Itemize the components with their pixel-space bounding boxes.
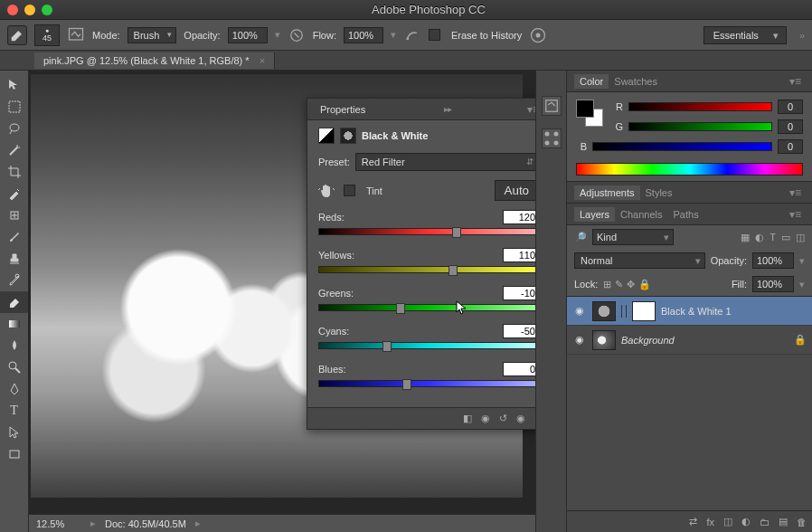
zoom-value[interactable]: 12.5% — [36, 518, 81, 529]
blend-mode-select[interactable]: Normal — [574, 252, 705, 269]
trash-icon[interactable]: 🗑 — [534, 413, 535, 424]
marquee-tool[interactable] — [0, 96, 28, 118]
path-select-tool[interactable] — [0, 422, 28, 443]
color-tab[interactable]: Color — [574, 74, 609, 89]
view-previous-icon[interactable]: ◉ — [481, 413, 490, 424]
preset-select[interactable]: Red Filter — [355, 153, 535, 171]
brush-tool[interactable] — [0, 226, 28, 248]
filter-pixel-icon[interactable]: ▦ — [741, 232, 750, 243]
info-dock-icon[interactable] — [542, 128, 562, 148]
opacity-input[interactable]: 100% — [228, 27, 268, 43]
eraser-tool[interactable] — [0, 291, 28, 313]
adjustments-panel-menu-icon[interactable]: ▾≡ — [786, 186, 805, 199]
greens-slider[interactable] — [318, 304, 535, 311]
blur-tool[interactable] — [0, 335, 28, 356]
layer-mask-icon[interactable]: ◫ — [723, 516, 732, 527]
r-slider[interactable] — [628, 102, 772, 111]
delete-layer-icon[interactable]: 🗑 — [797, 517, 807, 527]
pressure-opacity-icon[interactable] — [288, 26, 306, 44]
fg-swatch[interactable] — [576, 100, 594, 118]
mode-select[interactable]: Brush — [127, 27, 177, 43]
lock-all-icon[interactable]: 🔒 — [638, 279, 651, 290]
layer-lock-icon[interactable]: 🔒 — [794, 334, 807, 346]
flow-input[interactable]: 100% — [344, 27, 383, 43]
crop-tool[interactable] — [0, 161, 28, 183]
gradient-tool[interactable] — [0, 313, 28, 335]
zoom-arrow-icon[interactable]: ▸ — [90, 518, 96, 529]
yellows-slider[interactable] — [318, 266, 535, 273]
b-value[interactable]: 0 — [778, 139, 803, 154]
filter-kind-select[interactable]: Kind — [592, 229, 674, 245]
reset-icon[interactable]: ↺ — [499, 413, 507, 424]
brush-panel-icon[interactable] — [67, 26, 85, 44]
reds-input[interactable] — [503, 210, 535, 224]
fill-arrow-icon[interactable]: ▾ — [799, 279, 805, 290]
blues-slider[interactable] — [318, 380, 535, 387]
eraser-tool-icon[interactable] — [7, 25, 27, 45]
layer-name[interactable]: Black & White 1 — [661, 306, 807, 317]
reds-thumb[interactable] — [452, 227, 461, 238]
greens-input[interactable] — [503, 286, 535, 300]
layers-panel-menu-icon[interactable]: ▾≡ — [786, 208, 805, 221]
airbrush-icon[interactable] — [403, 26, 421, 44]
pen-tool[interactable] — [0, 378, 28, 400]
pressure-size-icon[interactable] — [529, 26, 547, 44]
opacity-arrow-icon[interactable]: ▾ — [275, 29, 280, 41]
yellows-input[interactable] — [503, 248, 535, 262]
cyans-input[interactable] — [503, 324, 535, 338]
layer-opacity-input[interactable]: 100% — [752, 252, 794, 269]
b-slider[interactable] — [592, 142, 772, 151]
layer-visibility-icon[interactable]: ◉ — [572, 334, 587, 346]
collapse-icon[interactable]: ▸▸ — [444, 104, 451, 114]
layer-style-icon[interactable]: fx — [706, 517, 714, 527]
blues-input[interactable] — [503, 362, 535, 376]
tint-checkbox[interactable] — [344, 185, 355, 196]
paths-tab[interactable]: Paths — [668, 207, 704, 222]
reds-slider[interactable] — [318, 228, 535, 235]
cyans-slider[interactable] — [318, 342, 535, 349]
filter-smart-icon[interactable]: ◫ — [796, 232, 805, 243]
healing-tool[interactable] — [0, 204, 28, 226]
history-dock-icon[interactable] — [542, 96, 562, 116]
document-tab[interactable]: pink.JPG @ 12.5% (Black & White 1, RGB/8… — [34, 52, 275, 69]
layer-opacity-arrow-icon[interactable]: ▾ — [799, 255, 805, 267]
visibility-icon[interactable]: ◉ — [516, 413, 525, 424]
link-layers-icon[interactable]: ⇄ — [689, 516, 697, 527]
yellows-thumb[interactable] — [448, 265, 458, 276]
filter-adjustment-icon[interactable]: ◐ — [755, 232, 764, 243]
adjustments-tab[interactable]: Adjustments — [574, 185, 640, 200]
swatches-tab[interactable]: Swatches — [609, 74, 663, 89]
fill-input[interactable]: 100% — [752, 276, 794, 292]
blues-thumb[interactable] — [402, 379, 411, 390]
channels-tab[interactable]: Channels — [615, 207, 667, 222]
brush-size-display[interactable]: ● 45 — [34, 24, 60, 46]
layer-name[interactable]: Background — [621, 335, 788, 346]
r-value[interactable]: 0 — [778, 100, 803, 114]
layer-row-background[interactable]: ◉ Background 🔒 — [567, 326, 812, 355]
history-brush-tool[interactable] — [0, 270, 28, 291]
new-fill-icon[interactable]: ◐ — [741, 516, 751, 527]
dodge-tool[interactable] — [0, 356, 28, 378]
clip-icon[interactable]: ◧ — [463, 413, 472, 424]
type-tool[interactable]: T — [0, 400, 28, 422]
color-panel-menu-icon[interactable]: ▾≡ — [786, 75, 805, 88]
wand-tool[interactable] — [0, 139, 28, 161]
filter-search-icon[interactable]: 🔎 — [574, 232, 587, 243]
move-tool[interactable] — [0, 74, 28, 96]
flow-arrow-icon[interactable]: ▾ — [391, 29, 396, 41]
lock-transparent-icon[interactable]: ⊞ — [603, 279, 611, 290]
on-image-tool-icon[interactable] — [318, 183, 336, 199]
stamp-tool[interactable] — [0, 248, 28, 270]
close-tab-icon[interactable]: × — [260, 55, 265, 66]
g-value[interactable]: 0 — [778, 119, 803, 134]
fg-bg-swatches[interactable] — [576, 100, 603, 127]
auto-button[interactable]: Auto — [495, 180, 535, 201]
layer-row-adjustment[interactable]: ◉ Black & White 1 — [567, 297, 812, 326]
close-button[interactable] — [7, 5, 18, 15]
workspace-menu-icon[interactable]: » — [799, 30, 805, 41]
panel-menu-icon[interactable]: ▾≡ — [524, 103, 535, 116]
filter-shape-icon[interactable]: ▭ — [781, 232, 790, 243]
greens-thumb[interactable] — [396, 303, 405, 314]
new-group-icon[interactable]: 🗀 — [760, 517, 770, 527]
rectangle-tool[interactable] — [0, 443, 28, 465]
